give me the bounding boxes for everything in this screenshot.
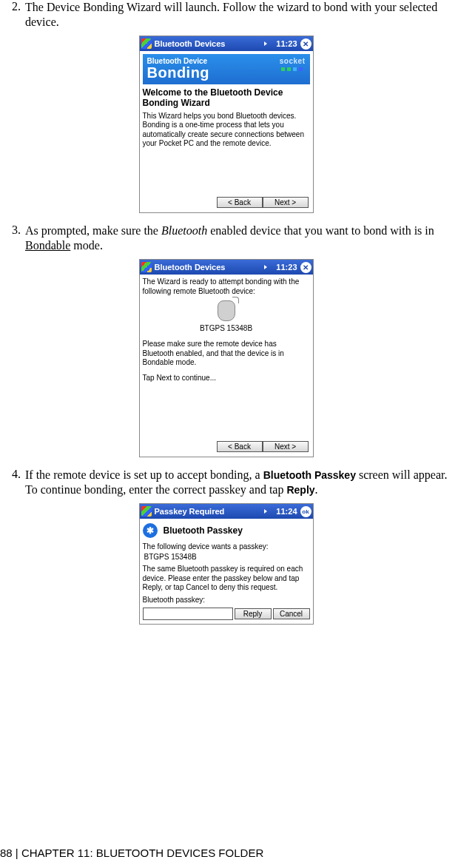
socket-logo: socket [280, 57, 306, 65]
speaker-icon[interactable] [264, 263, 272, 271]
shot2-line2: Please make sure the remote device has B… [143, 340, 310, 368]
start-flag-icon[interactable] [141, 506, 152, 517]
titlebar-2-time: 11:23 [276, 263, 297, 272]
shot3-device: BTGPS 15348B [144, 553, 310, 562]
shot3-line1: The following device wants a passkey: [143, 542, 310, 552]
screenshot-3: Passkey Required 11:24 ok ✱ Bluetooth Pa… [0, 503, 452, 625]
step-4-part-c: . [315, 483, 318, 496]
step-2-number: 2. [0, 0, 25, 30]
titlebar-1-time: 11:23 [276, 39, 297, 48]
passkey-label: Bluetooth passkey: [143, 596, 310, 605]
step-4-part-a: If the remote device is set up to accept… [25, 468, 263, 481]
titlebar-3-time: 11:24 [276, 507, 297, 516]
bluetooth-icon: ✱ [143, 523, 158, 538]
step-3: 3. As prompted, make sure the Bluetooth … [0, 223, 452, 253]
speaker-icon[interactable] [264, 508, 272, 515]
titlebar-1: Bluetooth Devices 11:23 ✕ [140, 36, 313, 51]
step-2: 2. The Device Bonding Wizard will launch… [0, 0, 452, 30]
shot2-line3: Tap Next to continue... [143, 374, 310, 383]
start-flag-icon[interactable] [141, 38, 152, 49]
device-row: BTGPS 15348B [143, 300, 310, 332]
wizard-welcome: Welcome to the Bluetooth Device Bonding … [143, 87, 310, 109]
step-4: 4. If the remote device is set up to acc… [0, 468, 452, 497]
wizard-banner: socket Bluetooth Device Bonding [143, 54, 310, 84]
step-4-text: If the remote device is set up to accept… [25, 468, 452, 497]
step-4-bold2: Reply [286, 484, 314, 496]
step-3-italic: Bluetooth [161, 224, 207, 237]
speaker-icon[interactable] [264, 40, 272, 47]
step-3-part-b: enabled device that you want to bond wit… [207, 224, 434, 237]
reply-button[interactable]: Reply [235, 608, 272, 619]
close-icon[interactable]: ✕ [300, 262, 311, 273]
step-3-part-a: As prompted, make sure the [25, 224, 161, 237]
shot2-line1: The Wizard is ready to attempt bonding w… [143, 277, 310, 296]
device-icon [218, 300, 235, 321]
page-footer: 88 | CHAPTER 11: BLUETOOTH DEVICES FOLDE… [0, 847, 263, 859]
start-flag-icon[interactable] [141, 262, 152, 272]
close-icon[interactable]: ✕ [300, 38, 311, 50]
next-button[interactable]: Next > [263, 441, 309, 452]
titlebar-2-title: Bluetooth Devices [155, 263, 263, 272]
passkey-header: ✱ Bluetooth Passkey [143, 523, 310, 538]
wizard-body-text: This Wizard helps you bond Bluetooth dev… [143, 112, 310, 149]
ok-icon[interactable]: ok [300, 506, 311, 517]
socket-dots-icon [281, 67, 303, 71]
titlebar-3: Passkey Required 11:24 ok [140, 504, 313, 519]
step-2-text: The Device Bonding Wizard will launch. F… [25, 0, 452, 30]
step-3-number: 3. [0, 223, 25, 253]
step-3-underline: Bondable [25, 239, 70, 252]
screenshot-1: Bluetooth Devices 11:23 ✕ socket Bluetoo… [0, 36, 452, 213]
titlebar-3-title: Passkey Required [155, 507, 263, 516]
shot3-line2: The same Bluetooth passkey is required o… [143, 565, 310, 593]
step-3-text: As prompted, make sure the Bluetooth ena… [25, 223, 452, 253]
step-4-number: 4. [0, 468, 25, 497]
step-3-part-c: mode. [70, 239, 103, 252]
step-4-bold1: Bluetooth Passkey [263, 469, 356, 481]
next-button[interactable]: Next > [263, 197, 309, 208]
screenshot-2: Bluetooth Devices 11:23 ✕ The Wizard is … [0, 259, 452, 457]
titlebar-2: Bluetooth Devices 11:23 ✕ [140, 260, 313, 275]
titlebar-1-title: Bluetooth Devices [155, 39, 263, 48]
cancel-button[interactable]: Cancel [273, 608, 310, 619]
back-button[interactable]: < Back [217, 441, 263, 452]
back-button[interactable]: < Back [217, 197, 263, 208]
passkey-input[interactable] [143, 608, 233, 620]
passkey-title: Bluetooth Passkey [164, 525, 243, 536]
device-name: BTGPS 15348B [200, 324, 252, 332]
